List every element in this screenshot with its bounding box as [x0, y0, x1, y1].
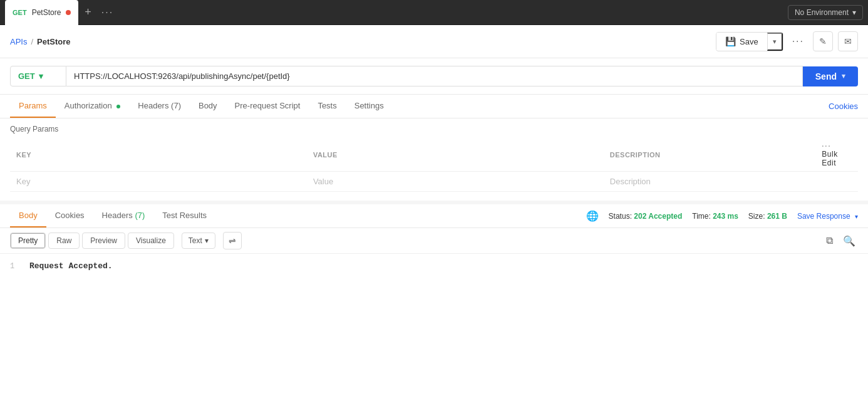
tab-authorization[interactable]: Authorization	[56, 95, 130, 118]
search-icon: 🔍	[843, 236, 855, 246]
status-code: 202 Accepted	[634, 212, 682, 221]
query-params-section: Query Params KEY VALUE DESCRIPTION ··· B…	[0, 118, 868, 194]
tab-headers[interactable]: Headers (7)	[129, 95, 190, 118]
response-actions: ⧉ 🔍	[824, 233, 858, 249]
save-chevron-icon: ▾	[773, 38, 777, 45]
tab-body-label: Body	[199, 101, 217, 110]
status-text: Status: 202 Accepted	[609, 212, 683, 221]
tab-prerequest-label: Pre-request Script	[235, 101, 301, 110]
headers-badge: (7)	[171, 101, 181, 110]
tab-prerequest[interactable]: Pre-request Script	[226, 95, 309, 118]
authorization-active-dot	[116, 105, 120, 108]
edit-button[interactable]: ✎	[813, 31, 833, 51]
save-label: Save	[740, 37, 758, 46]
resp-tab-testresults[interactable]: Test Results	[153, 204, 215, 228]
breadcrumb-separator: /	[31, 37, 33, 46]
petstore-tab[interactable]: GET PetStore	[5, 0, 78, 25]
response-content: Request Accepted.	[29, 261, 113, 271]
resp-tab-headers[interactable]: Headers (7)	[93, 204, 154, 228]
top-bar: GET PetStore + ··· No Environment ▾	[0, 0, 868, 25]
breadcrumb-bar: APIs / PetStore 💾 Save ▾ ··· ✎ ✉	[0, 25, 868, 58]
value-cell[interactable]: Value	[307, 172, 604, 192]
comment-button[interactable]: ✉	[838, 31, 858, 51]
toolbar-more-button[interactable]: ···	[788, 36, 808, 47]
resp-tab-cookies[interactable]: Cookies	[46, 204, 93, 228]
tab-settings[interactable]: Settings	[346, 95, 393, 118]
time-prefix: Time:	[692, 212, 711, 221]
tab-tests-label: Tests	[318, 101, 336, 110]
format-visualize-button[interactable]: Visualize	[128, 233, 174, 249]
breadcrumb: APIs / PetStore	[10, 37, 71, 46]
save-dropdown-button[interactable]: ▾	[767, 33, 783, 51]
col-header-key: KEY	[10, 139, 307, 172]
save-response-button[interactable]: Save Response ▾	[797, 212, 858, 221]
save-button[interactable]: 💾 Save	[716, 33, 767, 50]
resp-headers-badge: (7)	[135, 211, 145, 220]
line-number: 1	[10, 262, 14, 271]
time-value: 243 ms	[713, 212, 738, 221]
copy-icon: ⧉	[826, 235, 833, 246]
status-globe-icon: 🌐	[586, 210, 599, 222]
tab-method-label: GET	[13, 9, 27, 16]
tab-body[interactable]: Body	[190, 95, 226, 118]
format-preview-button[interactable]: Preview	[82, 233, 125, 249]
method-chevron-icon: ▾	[39, 71, 43, 81]
send-chevron-icon: ▾	[842, 72, 845, 80]
status-indicator: 🌐	[586, 210, 599, 222]
key-placeholder: Key	[16, 177, 30, 186]
save-response-chevron-icon: ▾	[855, 213, 858, 220]
tab-authorization-label: Authorization	[65, 101, 112, 110]
breadcrumb-apis[interactable]: APIs	[10, 37, 27, 46]
copy-response-button[interactable]: ⧉	[824, 233, 835, 249]
size-value: 261 B	[767, 212, 787, 221]
url-input[interactable]	[66, 66, 803, 86]
tab-settings-label: Settings	[354, 101, 384, 110]
send-button[interactable]: Send ▾	[803, 66, 858, 86]
environment-selector[interactable]: No Environment ▾	[788, 5, 863, 20]
search-response-button[interactable]: 🔍	[840, 233, 858, 249]
comment-icon: ✉	[844, 36, 852, 46]
resp-tab-body[interactable]: Body	[10, 204, 46, 228]
tabs-more-button[interactable]: ···	[98, 7, 117, 18]
value-placeholder: Value	[313, 177, 333, 186]
cookies-button[interactable]: Cookies	[829, 95, 858, 117]
table-more-icon[interactable]: ···	[822, 142, 831, 150]
col-header-description: DESCRIPTION	[604, 139, 816, 172]
save-button-group: 💾 Save ▾	[716, 32, 783, 51]
tab-params[interactable]: Params	[10, 95, 56, 118]
col-header-value: VALUE	[307, 139, 604, 172]
bulk-edit-button[interactable]: Bulk Edit	[822, 150, 837, 167]
env-chevron-icon: ▾	[852, 8, 856, 17]
new-tab-button[interactable]: +	[78, 6, 98, 19]
size-prefix: Size:	[748, 212, 765, 221]
time-text: Time: 243 ms	[692, 212, 738, 221]
tab-params-label: Params	[19, 101, 47, 110]
resp-tab-cookies-label: Cookies	[55, 211, 85, 220]
resp-tab-headers-label: Headers	[102, 211, 133, 220]
status-prefix: Status:	[609, 212, 632, 221]
tab-headers-label: Headers	[138, 101, 168, 110]
format-type-selector[interactable]: Text ▾	[182, 233, 215, 249]
request-tabs: Params Authorization Headers (7) Body Pr…	[0, 95, 868, 118]
params-table: KEY VALUE DESCRIPTION ··· Bulk Edit Key …	[10, 139, 858, 192]
description-cell[interactable]: Description	[604, 172, 816, 192]
size-text: Size: 261 B	[748, 212, 787, 221]
breadcrumb-current: PetStore	[37, 37, 70, 46]
edit-icon: ✎	[819, 36, 827, 46]
tab-tests[interactable]: Tests	[309, 95, 345, 118]
resp-tab-body-label: Body	[19, 211, 38, 220]
method-selector[interactable]: GET ▾	[10, 66, 66, 86]
save-icon: 💾	[725, 36, 736, 46]
response-status-bar: 🌐 Status: 202 Accepted Time: 243 ms Size…	[586, 210, 858, 222]
url-bar: GET ▾ Send ▾	[0, 58, 868, 95]
format-type-label: Text	[189, 236, 202, 245]
col-header-actions: ··· Bulk Edit	[815, 139, 858, 172]
send-label: Send	[815, 71, 837, 81]
word-wrap-button[interactable]: ⇌	[223, 232, 242, 249]
toolbar-actions: 💾 Save ▾ ··· ✎ ✉	[716, 31, 858, 51]
key-cell[interactable]: Key	[10, 172, 307, 192]
cookies-link: Cookies	[829, 102, 858, 111]
format-pretty-button[interactable]: Pretty	[10, 233, 46, 249]
format-raw-button[interactable]: Raw	[48, 233, 80, 249]
query-params-label: Query Params	[10, 125, 858, 133]
